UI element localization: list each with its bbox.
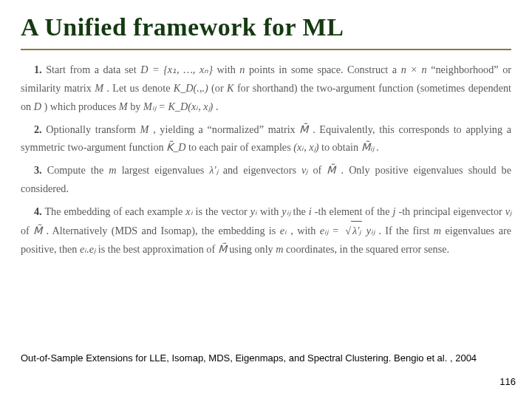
text: of bbox=[313, 164, 327, 176]
math: vⱼ bbox=[505, 205, 511, 217]
slide-title: A Unified framework for ML bbox=[21, 13, 511, 41]
math: Mᵢⱼ = K_D(xᵢ, xⱼ) bbox=[143, 100, 213, 112]
text: -th element of the bbox=[315, 205, 393, 217]
text: points in some space. Construct a bbox=[249, 64, 401, 75]
math: K_D(.,.) bbox=[174, 82, 208, 94]
text: . bbox=[376, 141, 379, 153]
step-number: 1. bbox=[34, 64, 42, 75]
text: and eigenvectors bbox=[223, 164, 301, 176]
step-number: 2. bbox=[34, 123, 42, 135]
math: j bbox=[392, 205, 395, 217]
text: -th principal eigenvector bbox=[398, 205, 505, 217]
text: to obtain bbox=[321, 141, 361, 153]
text: Start from a data set bbox=[46, 64, 140, 75]
math: xᵢ bbox=[185, 205, 192, 217]
math: eᵢⱼ = bbox=[320, 225, 344, 236]
math: m bbox=[434, 225, 441, 236]
text: , with bbox=[290, 225, 319, 236]
text: the bbox=[293, 205, 309, 217]
step-4: 4. The embedding of each example xᵢ is t… bbox=[21, 202, 511, 259]
math: eᵢ.eⱼ bbox=[80, 243, 95, 255]
math: i bbox=[309, 205, 312, 217]
text: is the best approximation of bbox=[98, 243, 218, 255]
step-1: 1. Start from a data set D = {x₁, …, xₙ}… bbox=[21, 61, 511, 116]
step-3: 3. Compute the m largest eigenvalues λ′ⱼ… bbox=[21, 161, 511, 198]
text: is the vector bbox=[196, 205, 250, 217]
math: M̃ bbox=[33, 225, 42, 236]
math: M bbox=[119, 100, 128, 112]
radicand: λ′ⱼ bbox=[351, 221, 362, 240]
math: M̃ bbox=[327, 164, 335, 176]
math: m bbox=[276, 243, 283, 255]
math: M bbox=[95, 82, 103, 94]
text: The embedding of each example bbox=[44, 205, 185, 217]
step-2: 2. Optionally transform M , yielding a “… bbox=[21, 120, 511, 157]
math: yᵢⱼ bbox=[362, 225, 375, 236]
math: n bbox=[239, 64, 245, 75]
text: Compute the bbox=[47, 164, 109, 176]
text: . Let us denote bbox=[106, 82, 173, 94]
slide: A Unified framework for ML 1. Start from… bbox=[0, 0, 532, 399]
text: to each pair of examples bbox=[188, 141, 293, 153]
math: eᵢ bbox=[280, 225, 287, 236]
math: D bbox=[34, 100, 41, 112]
text: . Alternatively (MDS and Isomap), the em… bbox=[47, 225, 280, 236]
math: M̃ bbox=[299, 123, 308, 135]
radical: √λ′ⱼ bbox=[343, 221, 362, 240]
step-number: 4. bbox=[34, 205, 42, 217]
text: with bbox=[260, 205, 282, 217]
math: n × n bbox=[401, 64, 427, 75]
math: (xᵢ, xⱼ) bbox=[293, 141, 318, 153]
text: by bbox=[130, 100, 143, 112]
math: M̃ᵢⱼ bbox=[361, 141, 374, 153]
math: D = {x₁, …, xₙ} bbox=[140, 64, 213, 75]
math: K̃_D bbox=[166, 141, 185, 153]
math: yᵢ bbox=[250, 205, 257, 217]
text: (or bbox=[211, 82, 227, 94]
math: λ′ⱼ bbox=[209, 164, 217, 176]
citation: Out-of-Sample Extensions for LLE, Isomap… bbox=[21, 352, 477, 364]
math: M bbox=[140, 123, 149, 135]
text: . If the first bbox=[378, 225, 434, 236]
math: m bbox=[109, 164, 116, 176]
math: yᵢⱼ bbox=[282, 205, 290, 217]
math: M̃ bbox=[218, 243, 227, 255]
text: of bbox=[21, 225, 33, 236]
text: ) which produces bbox=[44, 100, 119, 112]
text: with bbox=[217, 64, 240, 75]
math: vⱼ bbox=[301, 164, 307, 176]
page-number: 116 bbox=[499, 376, 516, 387]
text: . bbox=[216, 100, 219, 112]
text: using only bbox=[229, 243, 276, 255]
text: , yielding a “normalized” matrix bbox=[153, 123, 299, 135]
text: largest eigenvalues bbox=[122, 164, 210, 176]
title-rule: A Unified framework for ML bbox=[21, 13, 511, 50]
text: Optionally transform bbox=[46, 123, 140, 135]
math: K bbox=[227, 82, 233, 94]
body-text: 1. Start from a data set D = {x₁, …, xₙ}… bbox=[21, 61, 511, 258]
step-number: 3. bbox=[34, 164, 42, 176]
text: coordinates, in the squared error sense. bbox=[286, 243, 449, 255]
